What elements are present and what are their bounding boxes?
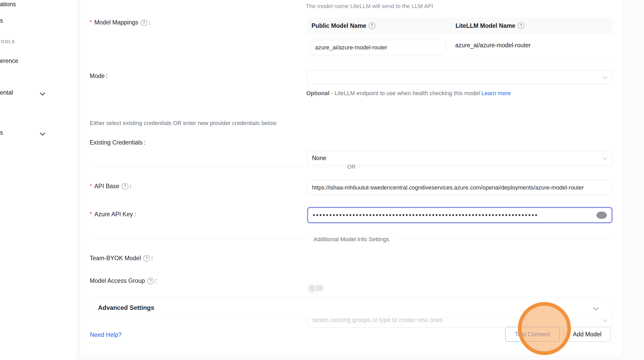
team-byok-toggle[interactable] (308, 283, 324, 293)
sidebar-item-s[interactable]: s (0, 16, 77, 25)
litellm-model-name-value: azure_ai/azure-model-router (455, 42, 531, 49)
help-icon[interactable]: ? (369, 22, 375, 29)
chevron-down-icon (603, 156, 607, 160)
sidebar-item-label: s (0, 129, 3, 136)
chevron-down-icon (41, 91, 45, 95)
help-icon[interactable]: ? (518, 22, 524, 29)
credentials-note: Either select existing credentials OR en… (90, 120, 276, 127)
click-highlight-circle (518, 302, 571, 355)
chevron-down-icon (593, 305, 598, 310)
mode-select[interactable] (307, 70, 613, 84)
sidebar-item-erence[interactable]: erence (0, 56, 77, 66)
model-mapping-table-row: azure_ai/azure-model-router (307, 34, 613, 58)
eye-icon[interactable] (596, 212, 607, 219)
required-asterisk: * (90, 211, 92, 218)
existing-credentials-select[interactable]: None (307, 151, 613, 165)
model-mapping-table-header: Public Model Name ? LiteLLM Model Name ? (307, 17, 613, 34)
litellm-model-name-note: The model name LiteLLM will send to the … (306, 3, 433, 10)
sidebar-item-label: ations (0, 1, 16, 8)
learn-more-link[interactable]: Learn more (482, 90, 511, 96)
model-mapping-table: Public Model Name ? LiteLLM Model Name ?… (307, 17, 613, 58)
or-divider-text: OR (347, 163, 356, 170)
sidebar-section-label: TOOLS (0, 39, 15, 44)
required-asterisk: * (90, 19, 92, 26)
help-icon[interactable]: ? (147, 278, 154, 284)
sidebar-item-label: s (0, 17, 3, 24)
model-mappings-label: * Model Mappings ? : (90, 19, 150, 26)
required-asterisk: * (90, 183, 92, 190)
need-help-link[interactable]: Need Help? (90, 331, 121, 338)
public-model-name-input[interactable] (310, 40, 446, 55)
chevron-down-icon (603, 75, 607, 79)
column-divider (451, 21, 451, 30)
or-divider: OR (90, 163, 613, 170)
azure-api-key-field[interactable] (307, 207, 613, 223)
existing-credentials-label: Existing Credentials : (90, 139, 146, 146)
add-model-form-card: The model name LiteLLM will send to the … (80, 0, 622, 357)
sidebar-item-label: ental (0, 89, 13, 96)
help-icon[interactable]: ? (143, 255, 150, 262)
advanced-settings-title: Advanced Settings (98, 304, 154, 311)
mode-label: Mode : (90, 73, 108, 80)
azure-api-key-label: * Azure API Key : (90, 211, 136, 218)
api-base-label: * API Base ? : (90, 183, 131, 190)
chevron-down-icon (41, 131, 45, 135)
existing-credentials-value: None (312, 155, 326, 162)
mode-hint: Optional - LiteLLM endpoint to use when … (306, 88, 556, 99)
help-icon[interactable]: ? (122, 183, 128, 190)
model-access-group-label: Model Access Group ? : (90, 277, 157, 284)
info-divider: Additional Model Info Settings (90, 236, 613, 243)
sidebar-item-ations[interactable]: ations (0, 0, 77, 9)
azure-api-key-input[interactable] (313, 208, 596, 222)
help-icon[interactable]: ? (141, 19, 147, 26)
team-byok-label: Team-BYOK Model ? : (90, 255, 153, 262)
sidebar-section-tools: TOOLS (0, 37, 77, 47)
sidebar: ations s TOOLS erence ental s (0, 0, 77, 360)
public-model-name-header: Public Model Name ? (307, 17, 451, 34)
info-divider-text: Additional Model Info Settings (314, 236, 389, 243)
sidebar-item-label: erence (0, 57, 18, 64)
sidebar-item-ental[interactable]: ental (0, 88, 77, 97)
sidebar-item-s2[interactable]: s (0, 128, 77, 137)
api-base-input[interactable] (307, 180, 613, 195)
litellm-model-name-header: LiteLLM Model Name ? (451, 17, 524, 34)
